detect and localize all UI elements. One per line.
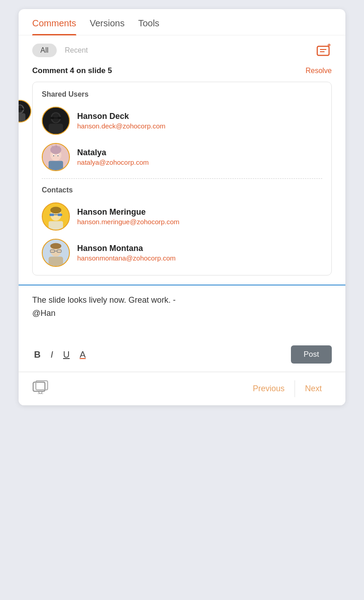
user-name: Hanson Meringue (77, 207, 179, 217)
tab-versions[interactable]: Versions (90, 18, 125, 35)
avatar (42, 239, 70, 267)
filter-row: All Recent + (19, 35, 345, 63)
svg-rect-17 (58, 117, 61, 119)
format-buttons: B I U A (32, 349, 88, 361)
slide-icon (32, 380, 49, 397)
list-item[interactable]: Hanson Montana hansonmontana@zohocorp.co… (42, 239, 322, 267)
user-email: hanson.meringue@zohocorp.com (77, 218, 179, 226)
filter-all-button[interactable]: All (32, 44, 57, 57)
nav-buttons: Previous Next (243, 380, 332, 397)
avatar (42, 202, 70, 231)
svg-point-29 (58, 155, 59, 157)
comment-title: Comment 4 on slide 5 (32, 66, 112, 75)
text-toolbar: B I U A Post (19, 341, 345, 372)
filter-buttons: All Recent (32, 44, 91, 57)
user-info: Natalya natalya@zohocorp.com (77, 148, 149, 166)
bottom-navigation: Previous Next (19, 372, 345, 405)
text-color-button[interactable]: A (78, 349, 87, 361)
svg-rect-33 (49, 213, 54, 216)
user-email: hansonmontana@zohocorp.com (77, 254, 176, 262)
user-name: Hanson Montana (77, 244, 176, 253)
user-name: Hanson Deck (77, 112, 166, 121)
user-email: hanson.deck@zohocorp.com (77, 122, 166, 130)
svg-rect-43 (49, 256, 63, 266)
svg-rect-16 (50, 117, 54, 119)
user-info: Hanson Deck hanson.deck@zohocorp.com (77, 112, 166, 130)
avatar (42, 107, 70, 135)
list-item[interactable]: Hanson Meringue hanson.meringue@zohocorp… (42, 202, 322, 231)
contacts-title: Contacts (42, 186, 322, 194)
avatar (42, 143, 70, 171)
underline-button[interactable]: U (61, 349, 71, 361)
resolve-button[interactable]: Resolve (305, 67, 332, 75)
text-area-section: The slide looks lively now. Great work. … (19, 285, 345, 341)
svg-point-32 (50, 207, 61, 213)
tab-comments[interactable]: Comments (32, 18, 76, 35)
comment-text[interactable]: The slide looks lively now. Great work. … (32, 294, 332, 330)
user-name: Natalya (77, 148, 149, 157)
contacts-list: Hanson Meringue hanson.meringue@zohocorp… (42, 202, 322, 267)
svg-rect-34 (58, 213, 62, 216)
list-item[interactable]: Hanson Deck hanson.deck@zohocorp.com (42, 107, 322, 135)
user-email: natalya@zohocorp.com (77, 158, 149, 166)
left-avatar (19, 100, 31, 123)
svg-rect-3 (19, 113, 25, 122)
next-button[interactable]: Next (295, 380, 332, 397)
shared-users-list: Hanson Deck hanson.deck@zohocorp.com (42, 107, 322, 171)
section-divider (42, 178, 322, 179)
shared-users-title: Shared Users (42, 90, 322, 98)
italic-button[interactable]: I (49, 349, 55, 361)
user-info: Hanson Montana hansonmontana@zohocorp.co… (77, 244, 176, 262)
svg-rect-25 (49, 161, 63, 170)
tab-tools[interactable]: Tools (138, 18, 159, 35)
post-button[interactable]: Post (291, 345, 332, 364)
list-item[interactable]: Natalya natalya@zohocorp.com (42, 143, 322, 171)
svg-rect-36 (49, 221, 63, 230)
dropdown-box: Shared Users Hanson Deck (32, 82, 332, 275)
add-comment-button[interactable]: + (315, 44, 332, 57)
comment-header: Comment 4 on slide 5 Resolve (19, 63, 345, 82)
tabs-container: Comments Versions Tools (19, 9, 345, 35)
svg-rect-6 (21, 108, 24, 110)
filter-recent-button[interactable]: Recent (61, 44, 92, 57)
bold-button[interactable]: B (32, 349, 42, 361)
svg-rect-15 (49, 124, 63, 134)
user-info: Hanson Meringue hanson.meringue@zohocorp… (77, 207, 179, 226)
svg-point-28 (53, 155, 54, 157)
svg-text:+: + (327, 44, 331, 49)
svg-point-39 (50, 243, 61, 249)
previous-button[interactable]: Previous (243, 380, 295, 397)
